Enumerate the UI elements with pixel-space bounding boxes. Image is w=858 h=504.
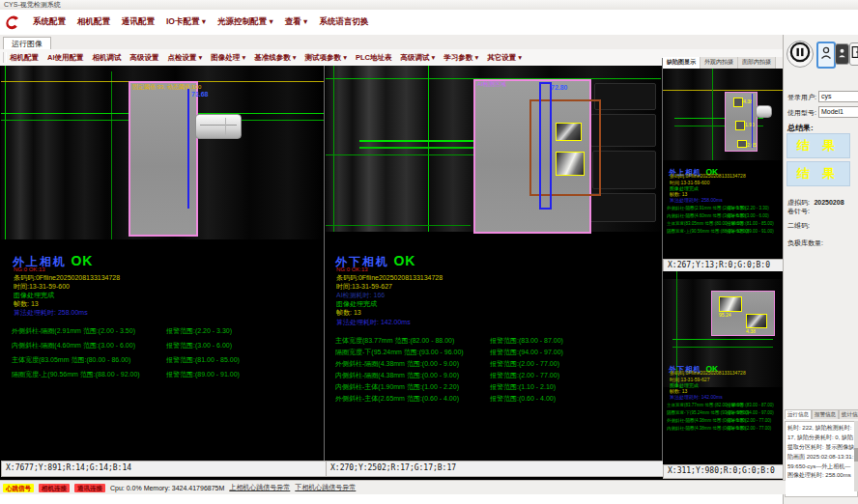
tab-run-image[interactable]: 运行图像	[3, 37, 51, 50]
measurement-row: 隔圈宽度-上(90.56mm 范围:(88.00 - 92.00) 报警范围:(…	[667, 229, 781, 236]
defect-box	[746, 314, 767, 328]
machinery-block	[592, 151, 656, 189]
measurement-alarm-range: 报警范围:(0.60 - 4.00)	[490, 394, 556, 404]
tool-test-item-params[interactable]: 测试项参数 ▾	[305, 53, 347, 63]
defect-label: 1.90	[745, 122, 755, 127]
pause-button[interactable]	[786, 41, 814, 68]
measurement-row: 隔圈宽度-下(95.24mm 范围:(93.00 - 96.00) 报警范围:(…	[335, 348, 654, 357]
result-box-bottom: 结 果	[786, 161, 850, 186]
comm-link-status-badge: 通讯连接	[74, 484, 105, 492]
log-scrollbar[interactable]	[854, 421, 858, 491]
measurement-row: 内侧斜柱-隔圈(4.60mm 范围:(3.00 - 6.00) 报警范围:(3.…	[667, 213, 781, 220]
menu-item-view[interactable]: 查看 ▾	[285, 16, 308, 28]
exit-button[interactable]	[849, 42, 858, 66]
barcode-line: 条码码:0Ffline20250208133134728	[670, 173, 746, 179]
measurement-value: 外侧斜柱-隔圈(2.91mm 范围:(2.00 - 3.50)	[12, 326, 135, 336]
model-label: 使用型号:	[787, 108, 816, 118]
camera-view-small-top[interactable]: 4.38 1.90 2.65 外上相机 OK 条码码:0Ffline202502…	[663, 69, 783, 259]
menu-item-light-config[interactable]: 光源控制配置 ▾	[217, 16, 273, 28]
blue-measure-label: 72.80	[551, 84, 568, 91]
user-dark-icon	[838, 45, 846, 63]
toolbar-grip	[3, 52, 7, 63]
measurement-alarm-range: 报警范围:(3.00 - 6.00)	[727, 213, 769, 218]
login-user-label: 登录用户:	[787, 93, 816, 102]
measurement-alarm-range: 报警范围:(2.00 - 77.00)	[490, 371, 559, 380]
menu-item-comm-config[interactable]: 通讯配置	[122, 16, 155, 28]
window-title: CYS-视觉检测系统	[4, 1, 61, 8]
algo-time-line: 算法处理耗时: 258.00ms	[670, 197, 723, 203]
top-camera-heartbeat-warning[interactable]: 上相机心跳信号异常	[229, 483, 290, 492]
measurement-alarm-range: 报警范围:(89.00 - 91.00)	[166, 370, 240, 379]
defect-label: 95.24	[719, 312, 731, 318]
pixel-coords-small-bottom: X:311;Y:980;R:0;G:0;B:0	[663, 464, 788, 479]
measurement-row: 外侧斜柱-隔圈(4.38mm 范围:(0.00 - 9.00) 报警范围:(2.…	[335, 359, 654, 369]
camera-link-status-badge: 相机连接	[39, 484, 70, 492]
tool-plc-address-table[interactable]: PLC地址表	[356, 53, 392, 63]
algo-time-line: 算法处理耗时: 142.00ms	[670, 394, 723, 400]
tab-face-capture[interactable]: 面部内拍摄	[738, 57, 776, 69]
defect-label: 4.38	[746, 328, 756, 334]
menu-item-io-config[interactable]: IO卡配置 ▾	[166, 16, 206, 28]
tab-outer-capture[interactable]: 外观内拍摄	[701, 57, 738, 69]
tab-stats-info[interactable]: 统计信息	[839, 409, 858, 419]
green-measure-line	[672, 347, 773, 348]
tool-other-settings[interactable]: 其它设置 ▾	[487, 53, 522, 63]
measurement-value: 外侧斜柱-隔圈(4.38mm 范围:(0.00 - 9.00)	[335, 359, 459, 369]
defect-box	[737, 140, 747, 148]
measurement-value: 主体宽度(83.05mm 范围:(80.00 - 86.00)	[12, 355, 130, 365]
tool-spotcheck-settings[interactable]: 点检设置 ▾	[168, 53, 203, 63]
run-log-text[interactable]: 耗时: 222, 缺陷检测耗时: 17, 缺陷分类耗时: 0, 缺陷提取分区耗时…	[785, 421, 858, 497]
bottom-camera-heartbeat-warning[interactable]: 下相机心跳信号异常	[295, 483, 356, 492]
camera-view-left[interactable]: 固定阈值:93, 动态阈值:100 73.68 外上相机 OK NG:0 OK:…	[1, 66, 324, 461]
defect-box	[719, 296, 742, 312]
green-guide-line	[326, 225, 471, 226]
defect-box	[733, 98, 743, 107]
login-user-button[interactable]	[816, 42, 836, 69]
measurement-row: 隔圈宽度-下(95.24mm 范围:(93.00 - 96.00) 报警范围:(…	[667, 410, 781, 417]
measurement-row: 内侧斜柱-隔圈(4.38mm 范围:(0.00 - 9.00) 报警范围:(2.…	[667, 426, 781, 433]
login-user-field[interactable]: cys	[818, 91, 858, 102]
roi-rect-blue	[539, 82, 552, 210]
menu-item-system-config[interactable]: 系统配置	[33, 16, 66, 28]
tab-defect-display[interactable]: 缺陷图显示	[663, 57, 701, 69]
tool-image-processing[interactable]: 图像处理 ▾	[211, 53, 245, 63]
menu-item-camera-config[interactable]: 相机配置	[77, 16, 110, 28]
tool-ai-usage-config[interactable]: AI使用配置	[47, 53, 84, 63]
frame-count-line: 帧数: 13	[336, 308, 361, 318]
measurement-row: 外侧斜柱-隔圈(4.38mm 范围:(0.00 - 9.00) 报警范围:(2.…	[667, 418, 781, 425]
result-box-top: 结 果	[786, 133, 850, 158]
total-result-label: 总结果:	[787, 123, 814, 133]
green-guide-line	[712, 69, 713, 160]
measurement-alarm-range: 报警范围:(89.00 - 91.00)	[727, 229, 774, 234]
heartbeat-status-badge: 心跳信号	[3, 484, 34, 492]
measurement-alarm-range: 报警范围:(83.00 - 87.00)	[490, 336, 563, 346]
tool-learning-params[interactable]: 学习参数 ▾	[443, 53, 478, 63]
app-window: CYS-视觉检测系统 系统配置 相机配置 通讯配置 IO卡配置 ▾ 光源控制配置…	[0, 0, 858, 504]
measurement-alarm-range: 报警范围:(83.00 - 87.00)	[727, 403, 774, 407]
model-field[interactable]: Model1	[818, 106, 858, 118]
measurement-row: 主体宽度(83.77mm 范围:(82.00 - 88.00) 报警范围:(83…	[335, 336, 654, 346]
log-scrollbar-thumb[interactable]	[854, 448, 858, 462]
tab-run-info[interactable]: 运行信息	[785, 409, 812, 419]
measurement-alarm-range: 报警范围:(2.20 - 3.30)	[727, 206, 769, 210]
tool-advanced-debug[interactable]: 高级调试 ▾	[400, 53, 435, 63]
menu-item-language-switch[interactable]: 系统语言切换	[319, 16, 368, 28]
tool-baseline-params[interactable]: 基准线参数 ▾	[254, 53, 296, 63]
camera-view-middle[interactable]: AI检测区域 72.80 外下相机 OK NG:0 OK:13 条码码:0Ffl…	[326, 66, 661, 461]
algo-time-line: 算法处理耗时: 258.00ms	[14, 308, 88, 318]
algo-time-line: 算法处理耗时: 142.00ms	[336, 318, 411, 327]
measurement-alarm-range: 报警范围:(1.10 - 2.10)	[490, 382, 556, 392]
tab-alarm-info[interactable]: 报警信息	[812, 409, 839, 419]
measurement-row: 主体宽度(83.77mm 范围:(82.00 - 88.00) 报警范围:(83…	[667, 403, 781, 409]
operator-button[interactable]	[835, 43, 849, 65]
machinery-block	[588, 193, 656, 222]
camera-view-small-bottom[interactable]: 95.24 4.38 外下相机 OK 条码码:0Ffline2025020813…	[663, 271, 783, 464]
view-tabstrip: 运行图像	[0, 35, 783, 50]
tool-camera-config[interactable]: 相机配置	[10, 53, 39, 63]
part-connector	[756, 105, 772, 118]
tool-camera-debug[interactable]: 相机调试	[93, 53, 122, 63]
log-tabstrip: 运行信息 报警信息 统计信息	[785, 409, 858, 419]
tool-advanced-settings[interactable]: 高级设置	[130, 53, 159, 63]
cpu-memory-status: Cpu: 0.0% Memory: 3424.41796875M	[110, 485, 224, 491]
measurement-alarm-range: 报警范围:(94.00 - 97.00)	[490, 348, 563, 357]
